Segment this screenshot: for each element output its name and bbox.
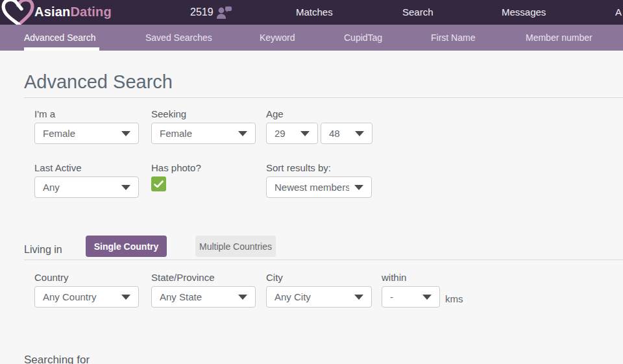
last-active-select[interactable]: Any: [34, 176, 139, 198]
im-a-label: I'm a: [34, 108, 139, 120]
single-country-button[interactable]: Single Country: [86, 236, 167, 257]
field-within: within -: [382, 272, 440, 308]
chevron-down-icon: [355, 131, 364, 136]
person-chat-icon: [216, 5, 232, 20]
field-seeking: Seeking Female: [151, 108, 256, 144]
divider: [24, 97, 623, 98]
field-has-photo: Has photo?: [151, 162, 201, 191]
age-max-value: 48: [329, 128, 350, 139]
city-value: Any City: [275, 291, 349, 302]
sort-by-value: Newest members: [275, 182, 349, 193]
chevron-down-icon: [354, 185, 363, 190]
chevron-down-icon: [300, 131, 310, 136]
tab-keyword[interactable]: Keyword: [260, 25, 295, 51]
searching-for-heading: Searching for: [24, 354, 90, 364]
field-sort-by: Sort results by: Newest members: [266, 162, 372, 198]
age-max-select[interactable]: 48: [321, 123, 373, 144]
field-city: City Any City: [266, 272, 372, 308]
brand-secondary: Dating: [70, 5, 111, 19]
field-age: Age 29 48: [266, 108, 373, 144]
top-navbar: AsianDating 2519 Matches Search Messages…: [0, 0, 623, 25]
multiple-countries-button[interactable]: Multiple Countries: [195, 236, 276, 257]
state-province-value: Any State: [160, 291, 233, 302]
chevron-down-icon: [354, 295, 363, 300]
last-active-label: Last Active: [34, 162, 139, 174]
state-province-select[interactable]: Any State: [151, 286, 256, 308]
country-label: Country: [34, 272, 139, 284]
field-state-province: State/Province Any State: [151, 272, 256, 308]
living-in-label: Living in: [24, 244, 62, 256]
within-value: -: [390, 291, 417, 302]
active-tab-indicator: [24, 47, 99, 51]
online-members-counter[interactable]: 2519: [190, 0, 232, 25]
chevron-down-icon: [422, 295, 432, 300]
country-select[interactable]: Any Country: [34, 286, 139, 308]
sort-by-select[interactable]: Newest members: [266, 176, 372, 198]
nav-item-messages[interactable]: Messages: [502, 0, 546, 25]
nav-item-search[interactable]: Search: [402, 0, 434, 25]
chevron-down-icon: [121, 295, 130, 300]
tab-cupidtag[interactable]: CupidTag: [344, 25, 382, 51]
country-value: Any Country: [43, 291, 116, 302]
seeking-label: Seeking: [151, 108, 256, 120]
nav-item-partial[interactable]: A: [615, 0, 622, 25]
age-min-value: 29: [275, 128, 295, 139]
advanced-search-page: AsianDating 2519 Matches Search Messages…: [0, 0, 623, 364]
im-a-select[interactable]: Female: [34, 123, 139, 144]
online-count: 2519: [190, 6, 214, 18]
im-a-value: Female: [43, 128, 116, 139]
has-photo-checkbox[interactable]: [151, 176, 166, 191]
state-province-label: State/Province: [151, 272, 256, 284]
last-active-value: Any: [43, 182, 116, 193]
chevron-down-icon: [238, 295, 247, 300]
within-label: within: [382, 272, 440, 284]
city-select[interactable]: Any City: [266, 286, 372, 308]
age-label: Age: [266, 108, 373, 120]
chevron-down-icon: [121, 131, 130, 136]
page-title: Advanced Search: [24, 71, 173, 93]
sort-by-label: Sort results by:: [266, 162, 372, 174]
field-last-active: Last Active Any: [34, 162, 139, 198]
nav-item-matches[interactable]: Matches: [296, 0, 333, 25]
checkmark-icon: [154, 180, 164, 188]
field-country: Country Any Country: [34, 272, 139, 308]
within-select[interactable]: -: [382, 286, 440, 308]
brand-primary: Asian: [34, 5, 70, 19]
divider: [24, 260, 623, 260]
field-im-a: I'm a Female: [34, 108, 139, 144]
tab-advanced-search[interactable]: Advanced Search: [24, 25, 96, 51]
chevron-down-icon: [121, 185, 130, 190]
age-min-select[interactable]: 29: [266, 123, 318, 144]
has-photo-label: Has photo?: [151, 162, 201, 174]
tab-member-number[interactable]: Member number: [526, 25, 592, 51]
kms-unit-label: kms: [445, 293, 463, 304]
seeking-select[interactable]: Female: [151, 123, 256, 144]
tab-saved-searches[interactable]: Saved Searches: [145, 25, 212, 51]
tab-first-name[interactable]: First Name: [431, 25, 475, 51]
seeking-value: Female: [160, 128, 233, 139]
brand-logo[interactable]: AsianDating: [34, 5, 112, 19]
search-tabs-bar: Advanced Search Saved Searches Keyword C…: [0, 25, 623, 51]
chevron-down-icon: [238, 131, 247, 136]
city-label: City: [266, 272, 372, 284]
